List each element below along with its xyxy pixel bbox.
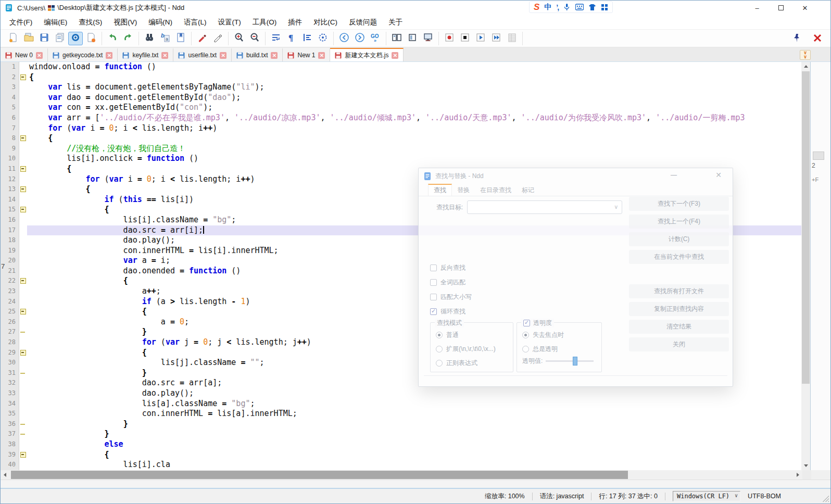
opacity-radio-1[interactable]: 失去焦点时 bbox=[522, 331, 564, 338]
dialog-tab-2[interactable]: 替换 bbox=[452, 184, 475, 196]
menu-item-9[interactable]: 插件 bbox=[282, 16, 308, 29]
code-line-8[interactable]: 8 { bbox=[1, 133, 830, 144]
close-file-button[interactable] bbox=[68, 32, 83, 45]
dialog-tab-4[interactable]: 标记 bbox=[517, 184, 539, 196]
code-line-40[interactable]: 40 lis[i].cla bbox=[1, 460, 830, 470]
clear-mark-button[interactable] bbox=[210, 32, 225, 45]
file-tab-2[interactable]: getkeycode.txt✕ bbox=[48, 48, 118, 61]
pin-button[interactable] bbox=[789, 32, 804, 45]
dialog-minimize-button[interactable]: — bbox=[667, 171, 681, 179]
zoom-in-button[interactable] bbox=[232, 32, 246, 45]
tab-list-button[interactable]: ∨∨ bbox=[800, 50, 811, 60]
code-line-34[interactable]: 34 lis[a].className = "bg"; bbox=[1, 399, 830, 409]
menu-item-6[interactable]: 语言(L) bbox=[178, 16, 212, 29]
macro-play-button[interactable] bbox=[473, 32, 488, 45]
fold-collapse-icon[interactable] bbox=[19, 450, 27, 460]
zoom-out-button[interactable] bbox=[247, 32, 262, 45]
opacity-checkbox[interactable] bbox=[523, 320, 530, 326]
show-newline-button[interactable]: ¶ bbox=[284, 32, 299, 45]
tab-close-icon[interactable]: ✕ bbox=[271, 52, 278, 59]
menu-item-11[interactable]: 反馈问题 bbox=[343, 16, 383, 29]
goto-line-button[interactable]: GO» bbox=[368, 32, 383, 45]
checkbox-box[interactable] bbox=[430, 279, 437, 286]
scroll-down-arrow[interactable] bbox=[801, 461, 810, 470]
checkbox-box[interactable] bbox=[430, 294, 437, 300]
save-all-button[interactable] bbox=[53, 32, 67, 45]
ime-keyboard-icon[interactable] bbox=[575, 4, 584, 10]
close-button[interactable]: ✕ bbox=[793, 1, 817, 15]
horizontal-scroll-thumb[interactable] bbox=[11, 471, 628, 479]
close-all-button[interactable] bbox=[84, 32, 98, 45]
code-line-35[interactable]: 35 con.innerHTML = lis[a].innerHTML; bbox=[1, 409, 830, 419]
fold-collapse-icon[interactable] bbox=[19, 307, 27, 317]
code-line-2[interactable]: 2{ bbox=[1, 72, 830, 83]
macro-save-button[interactable] bbox=[505, 32, 519, 45]
dialog-button-6[interactable]: 复制正则查找内容 bbox=[629, 302, 729, 316]
checkbox-box[interactable] bbox=[430, 308, 437, 315]
dialog-button-8[interactable]: 关闭 bbox=[629, 337, 729, 351]
horizontal-scrollbar[interactable] bbox=[1, 470, 802, 480]
tab-close-icon[interactable]: ✕ bbox=[392, 52, 398, 59]
find-target-combobox[interactable] bbox=[467, 200, 622, 214]
dialog-button-7[interactable]: 清空结果 bbox=[629, 320, 729, 334]
radio-circle[interactable] bbox=[436, 360, 443, 367]
single-view-button[interactable] bbox=[405, 32, 420, 45]
code-line-7[interactable]: 7 for (var i = 0; i < lis.length; i++) bbox=[1, 123, 830, 134]
scroll-left-arrow[interactable] bbox=[1, 470, 9, 480]
menu-item-10[interactable]: 对比(C) bbox=[308, 16, 343, 29]
file-tab-6[interactable]: New 1✕ bbox=[283, 48, 330, 61]
code-line-37[interactable]: 37 } bbox=[1, 429, 830, 439]
vertical-scroll-thumb[interactable] bbox=[802, 71, 810, 384]
back-button[interactable] bbox=[337, 32, 351, 45]
maximize-button[interactable] bbox=[769, 1, 793, 15]
fold-collapse-icon[interactable] bbox=[19, 205, 27, 215]
code-line-36[interactable]: 36 } bbox=[1, 419, 830, 430]
ime-language-toggle[interactable]: 中 bbox=[544, 3, 551, 12]
indent-guide-button[interactable] bbox=[300, 32, 314, 45]
menu-item-2[interactable]: 编辑(E) bbox=[38, 16, 73, 29]
dialog-button-1[interactable]: 查找下一个(F3) bbox=[629, 197, 729, 211]
dialog-tab-3[interactable]: 在目录查找 bbox=[475, 184, 517, 196]
code-line-4[interactable]: 4 var dao = document.getElementById("dao… bbox=[1, 93, 830, 103]
file-tab-1[interactable]: New 0✕ bbox=[1, 48, 48, 61]
code-line-39[interactable]: 39 { bbox=[1, 450, 830, 460]
vertical-scrollbar[interactable] bbox=[801, 62, 810, 470]
fold-collapse-icon[interactable] bbox=[19, 133, 27, 144]
split-view-button[interactable] bbox=[389, 32, 404, 45]
tab-close-icon[interactable]: ✕ bbox=[36, 52, 43, 59]
menu-item-7[interactable]: 设置(T) bbox=[212, 16, 247, 29]
ime-toolbox-icon[interactable] bbox=[601, 4, 608, 11]
dialog-button-2[interactable]: 查找上一个(F4) bbox=[629, 215, 729, 229]
eol-format-dropdown[interactable]: Windows(CR LF) bbox=[673, 491, 740, 501]
tab-close-icon[interactable]: ✕ bbox=[161, 52, 168, 59]
code-line-38[interactable]: 38 else bbox=[1, 439, 830, 450]
tab-close-icon[interactable]: ✕ bbox=[220, 52, 226, 59]
scroll-right-arrow[interactable] bbox=[794, 470, 802, 480]
minimize-button[interactable]: – bbox=[745, 1, 769, 15]
code-line-1[interactable]: 1window.onload = function () bbox=[1, 62, 830, 72]
radio-circle[interactable] bbox=[522, 332, 529, 338]
file-tab-7[interactable]: 新建文本文档.js✕ bbox=[330, 48, 404, 61]
tab-close-icon[interactable]: ✕ bbox=[106, 52, 112, 59]
code-line-6[interactable]: 6 var arr = ['../audio/不必在乎我是谁.mp3', '..… bbox=[1, 113, 830, 123]
macro-stop-button[interactable] bbox=[458, 32, 472, 45]
checkbox-2[interactable]: 全词匹配 bbox=[430, 279, 465, 286]
file-tab-4[interactable]: userfile.txt✕ bbox=[173, 48, 232, 61]
code-line-33[interactable]: 33 dao.play(); bbox=[1, 388, 830, 399]
fold-collapse-icon[interactable] bbox=[19, 348, 27, 358]
ime-punctuation-icon[interactable]: ’, bbox=[556, 3, 558, 11]
mark-button[interactable] bbox=[195, 32, 209, 45]
radio-circle[interactable] bbox=[522, 346, 529, 352]
search-mode-radio-1[interactable]: 普通 bbox=[436, 331, 459, 338]
scroll-up-arrow[interactable] bbox=[801, 62, 810, 71]
menu-item-3[interactable]: 查找(S) bbox=[73, 16, 108, 29]
dialog-tab-1[interactable]: 查找 bbox=[428, 184, 452, 196]
macro-record-button[interactable] bbox=[442, 32, 457, 45]
fold-collapse-icon[interactable] bbox=[19, 72, 27, 83]
opacity-slider[interactable] bbox=[546, 360, 594, 362]
find-button[interactable] bbox=[142, 32, 157, 45]
code-line-9[interactable]: 9 //没有枪，没有炮，我们自己造！ bbox=[1, 144, 830, 154]
code-line-3[interactable]: 3 var lis = document.getElementsByTagNam… bbox=[1, 82, 830, 93]
search-mode-radio-2[interactable]: 扩展(\n,\r,\t\0,\x...) bbox=[436, 345, 496, 352]
resize-grip[interactable] bbox=[823, 496, 829, 502]
